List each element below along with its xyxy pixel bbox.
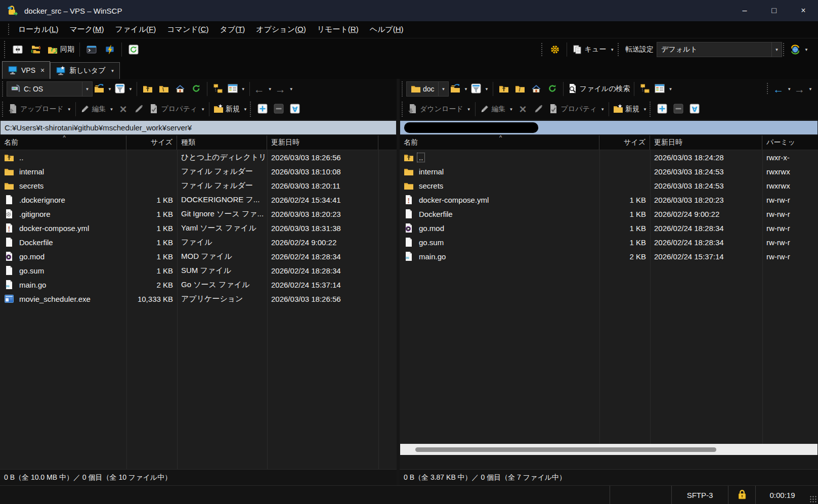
maximize-button[interactable]: □ [759, 0, 789, 21]
grip[interactable] [402, 81, 404, 97]
remote-file-list[interactable]: ..2026/03/03 18:24:28rwxr-x-internal2026… [400, 150, 818, 444]
menu-item-3[interactable]: コマンド(C) [161, 22, 214, 37]
file-row[interactable]: ∞main.go2 KBGo ソース ファイル2026/02/24 15:37:… [0, 278, 397, 292]
column-header-size[interactable]: サイズ [126, 135, 177, 150]
root-directory-button[interactable]: \ [156, 80, 172, 98]
grip[interactable] [767, 83, 769, 95]
file-row[interactable]: ∞main.go2 KB2026/02/24 15:37:14rw-rw-r [400, 249, 818, 263]
select-files-button[interactable] [254, 101, 271, 118]
menu-item-6[interactable]: リモート(R) [312, 22, 364, 37]
remote-path-bar[interactable] [400, 121, 817, 134]
transfer-preset-select[interactable]: デフォルト ▼ [657, 42, 782, 57]
edit-button[interactable]: 編集▼ [478, 101, 515, 118]
file-row[interactable]: internal2026/03/03 18:24:53rwxrwx [400, 164, 818, 178]
invert-selection-button[interactable]: ∀ [686, 101, 703, 118]
file-row[interactable]: .gitignore1 KBGit Ignore ソース ファ...2026/0… [0, 207, 397, 221]
select-files-button[interactable] [654, 101, 670, 118]
horizontal-scrollbar[interactable] [400, 444, 817, 455]
back-button[interactable]: ←▼ [771, 80, 793, 98]
refresh-panel-button[interactable] [544, 80, 561, 98]
file-row[interactable]: secrets2026/03/03 18:24:53rwxrwx [400, 178, 818, 193]
grip[interactable] [250, 102, 252, 117]
status-encryption[interactable] [728, 486, 755, 504]
file-row[interactable]: internalファイル フォルダー2026/03/03 18:10:08 [0, 164, 397, 178]
properties-button[interactable]: プロパティ▼ [547, 101, 606, 118]
swap-panels-button[interactable] [9, 40, 27, 59]
keep-up-to-date-button[interactable]: 同期 [45, 40, 77, 59]
tab-session-vps[interactable]: VPS × [2, 61, 50, 79]
file-row[interactable]: go.mod1 KBMOD ファイル2026/02/24 18:28:34 [0, 249, 397, 263]
forward-button[interactable]: →▼ [274, 80, 295, 98]
column-header-name[interactable]: 名前 ^ [0, 135, 126, 150]
parent-directory-button[interactable] [140, 80, 156, 98]
refresh-button[interactable] [124, 40, 143, 59]
resize-grip[interactable] [809, 495, 817, 503]
directory-tree-button[interactable] [210, 80, 226, 98]
menu-item-1[interactable]: マーク(M) [64, 22, 109, 37]
file-row[interactable]: Dockerfile1 KB2026/02/24 9:00:22rw-rw-r [400, 207, 818, 221]
queue-button[interactable]: キュー ▼ [570, 40, 617, 59]
delete-button[interactable]: × [115, 101, 131, 118]
minimize-button[interactable]: – [730, 0, 759, 21]
open-directory-button[interactable]: ▼ [449, 80, 469, 98]
file-row[interactable]: Dockerfile1 KBファイル2026/02/24 9:00:22 [0, 235, 397, 249]
menubar-grip[interactable] [8, 24, 11, 35]
unselect-files-button[interactable] [271, 101, 287, 118]
menu-item-7[interactable]: ヘルプ(H) [364, 22, 409, 37]
rename-button[interactable] [131, 101, 147, 118]
file-row[interactable]: ..ひとつ上のディレクトリ2026/03/03 18:26:56 [0, 150, 397, 164]
forward-button[interactable]: →▼ [793, 80, 814, 98]
file-row[interactable]: !docker-compose.yml1 KBYaml ソース ファイル2026… [0, 221, 397, 235]
open-console-button[interactable] [82, 40, 101, 59]
toolbar-grip[interactable] [4, 41, 7, 58]
file-row[interactable]: .dockerignore1 KBDOCKERIGNORE フ...2026/0… [0, 193, 397, 207]
new-button[interactable]: 新規▼ [212, 101, 249, 118]
column-header-size[interactable]: サイズ [599, 135, 650, 150]
edit-button[interactable]: 編集▼ [78, 101, 115, 118]
globe-grip[interactable] [783, 43, 786, 56]
unselect-files-button[interactable] [670, 101, 686, 118]
close-button[interactable]: × [789, 0, 818, 21]
filter-button[interactable]: ▼ [469, 80, 490, 98]
transfer-grip[interactable] [618, 43, 620, 56]
synchronize-button[interactable] [27, 40, 45, 59]
delete-button[interactable]: × [514, 101, 531, 118]
column-header-modified[interactable]: 更新日時 [650, 135, 762, 150]
file-row[interactable]: go.sum1 KBSUM ファイル2026/02/24 18:28:34 [0, 263, 397, 278]
file-row[interactable]: !docker-compose.yml1 KB2026/03/03 18:20:… [400, 193, 818, 207]
rename-button[interactable] [531, 101, 547, 118]
column-header-type[interactable]: 種類 [177, 135, 267, 150]
local-drive-select[interactable]: C: OS ▼ [7, 81, 93, 97]
remote-directory-select[interactable]: doc ▼ [406, 81, 449, 97]
find-files-button[interactable]: ファイルの検索 [566, 80, 632, 98]
settings-grip[interactable] [541, 43, 544, 56]
directory-tree-button[interactable] [637, 80, 653, 98]
filter-button[interactable]: ▼ [113, 80, 134, 98]
file-row[interactable]: movie_scheduler.exe10,333 KBアプリケーション2026… [0, 292, 397, 306]
tab-close-icon[interactable]: × [40, 66, 45, 74]
invert-selection-button[interactable]: ∀ [287, 101, 303, 118]
open-directory-button[interactable]: ▼ [93, 80, 113, 98]
local-file-list[interactable]: ..ひとつ上のディレクトリ2026/03/03 18:26:56internal… [0, 150, 397, 469]
tab-new-session[interactable]: 新しいタブ ▼ [50, 62, 120, 79]
menu-item-2[interactable]: ファイル(F) [110, 22, 162, 37]
custom-command-button[interactable] [101, 40, 119, 59]
properties-button[interactable]: プロパティ▼ [147, 101, 206, 118]
file-row[interactable]: secretsファイル フォルダー2026/03/03 18:20:11 [0, 178, 397, 193]
view-style-button[interactable]: ▼ [226, 80, 247, 98]
upload-button[interactable]: アップロード▼ [7, 101, 73, 118]
menu-item-5[interactable]: オプション(O) [250, 22, 311, 37]
file-row[interactable]: ..2026/03/03 18:24:28rwxr-x- [400, 150, 818, 164]
preferences-button[interactable] [546, 40, 564, 59]
root-directory-button[interactable]: / [512, 80, 528, 98]
grip[interactable] [2, 81, 5, 97]
parent-directory-button[interactable] [496, 80, 512, 98]
refresh-panel-button[interactable] [188, 80, 204, 98]
column-header-permissions[interactable]: パーミッ [762, 135, 818, 150]
new-button[interactable]: 新規▼ [612, 101, 649, 118]
menu-item-4[interactable]: タブ(T) [214, 22, 250, 37]
home-directory-button[interactable] [172, 80, 188, 98]
view-style-button[interactable]: ▼ [653, 80, 674, 98]
column-header-name[interactable]: 名前 ^ [400, 135, 599, 150]
file-row[interactable]: go.mod1 KB2026/02/24 18:28:34rw-rw-r [400, 221, 818, 235]
